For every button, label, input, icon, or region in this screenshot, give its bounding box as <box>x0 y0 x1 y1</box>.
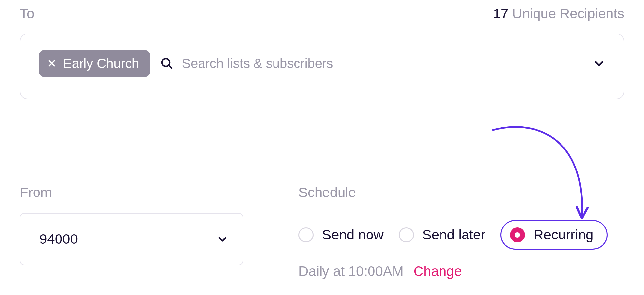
close-icon[interactable] <box>47 59 56 68</box>
recipients-count: 17 Unique Recipients <box>493 6 624 22</box>
from-label: From <box>20 185 243 200</box>
schedule-description: Daily at 10:00AM Change <box>298 263 624 279</box>
schedule-column: Schedule Send now Send later Recurring D… <box>298 185 624 279</box>
recipients-number: 17 <box>493 6 509 21</box>
radio-send-later[interactable]: Send later <box>399 227 485 243</box>
to-combobox[interactable]: Early Church <box>20 34 624 99</box>
radio-label: Recurring <box>534 227 593 243</box>
chevron-down-icon <box>217 234 227 244</box>
schedule-label: Schedule <box>298 185 624 200</box>
to-label: To <box>20 6 34 22</box>
search-icon <box>160 57 173 70</box>
search-wrap <box>160 50 607 77</box>
schedule-description-text: Daily at 10:00AM <box>298 263 404 279</box>
recipients-suffix: Unique Recipients <box>512 6 624 21</box>
recipient-chip-label: Early Church <box>63 56 139 71</box>
search-input[interactable] <box>181 50 607 77</box>
from-select[interactable]: 94000 <box>20 213 243 265</box>
radio-icon <box>298 227 314 242</box>
radio-label: Send now <box>322 227 384 243</box>
change-schedule-link[interactable]: Change <box>414 263 462 279</box>
radio-label: Send later <box>422 227 485 243</box>
recipient-chip: Early Church <box>39 50 150 77</box>
radio-send-now[interactable]: Send now <box>298 227 384 243</box>
radio-recurring[interactable]: Recurring <box>500 220 608 250</box>
radio-icon <box>510 227 525 242</box>
from-value: 94000 <box>39 231 78 247</box>
to-header-row: To 17 Unique Recipients <box>20 0 624 22</box>
schedule-options: Send now Send later Recurring <box>298 220 624 250</box>
from-column: From 94000 <box>20 185 243 279</box>
chevron-down-icon[interactable] <box>593 58 605 69</box>
radio-icon <box>399 227 414 242</box>
lower-row: From 94000 Schedule Send now Send later <box>20 185 624 279</box>
compose-form: To 17 Unique Recipients Early Church Fro… <box>0 0 644 295</box>
